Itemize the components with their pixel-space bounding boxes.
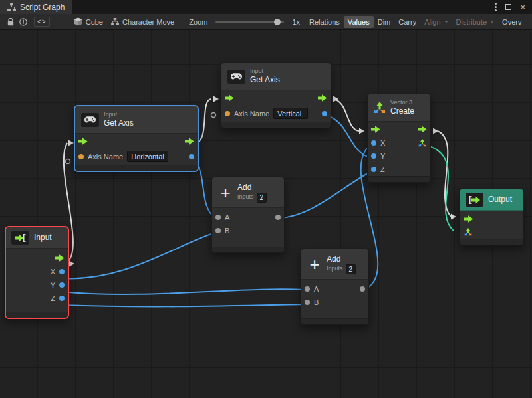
value-port-ring[interactable] [211, 113, 216, 118]
port-label: Z [51, 294, 55, 302]
flow-out-port[interactable] [185, 138, 194, 145]
axis-name-field[interactable] [273, 108, 308, 119]
flow-port-arrow[interactable] [433, 128, 438, 134]
string-input-port[interactable] [78, 154, 84, 159]
float-input-port-x[interactable] [371, 140, 376, 146]
port-label: Axis Name [88, 153, 123, 161]
float-output-port-z[interactable] [59, 296, 65, 301]
kebab-menu-icon[interactable] [495, 6, 497, 8]
float-output-port-x[interactable] [59, 269, 65, 274]
inputs-count-field[interactable]: 2 [346, 264, 356, 274]
maximize-icon[interactable] [505, 4, 511, 10]
port-row: B [212, 224, 284, 237]
axis-name-field[interactable] [127, 151, 168, 162]
caret-down-icon [490, 21, 494, 23]
wire-add-top-to-vector3-z[interactable] [280, 171, 371, 218]
breadcrumb-character-move[interactable]: Character Move [111, 18, 174, 26]
flow-port-arrow[interactable] [213, 96, 219, 102]
float-input-port-y[interactable] [371, 153, 376, 159]
node-header: + Add Inputs 2 [301, 249, 368, 280]
port-row [75, 134, 198, 148]
flow-port-arrow[interactable] [69, 261, 74, 267]
value-input-port-a[interactable] [215, 215, 221, 220]
code-icon[interactable]: <> [34, 17, 50, 27]
relations-button[interactable]: Relations [305, 16, 344, 28]
node-input[interactable]: Input X Y Z [5, 227, 68, 318]
value-output-port[interactable] [275, 215, 281, 220]
node-vector3-create[interactable]: Vector 3 Create X Y Z [367, 94, 431, 183]
lock-icon[interactable] [5, 18, 17, 26]
float-input-port-z[interactable] [371, 167, 376, 172]
node-title: Input [34, 233, 52, 243]
close-icon[interactable]: × [520, 3, 525, 11]
zoom-slider[interactable] [215, 21, 284, 23]
flow-out-port[interactable] [418, 126, 427, 133]
node-add-top[interactable]: + Add Inputs 2 A B [211, 177, 285, 253]
value-input-port-a[interactable] [305, 286, 310, 292]
node-get-axis-horizontal[interactable]: Input Get Axis Axis Name [74, 106, 198, 171]
tab-script-graph[interactable]: Script Graph [0, 0, 72, 14]
dim-button[interactable]: Dim [374, 16, 395, 28]
flow-port-arrow[interactable] [68, 140, 74, 146]
carry-button[interactable]: Carry [394, 16, 420, 28]
port-row [221, 90, 331, 105]
wire-flow-vector3-to-output[interactable] [438, 131, 451, 217]
port-label: B [314, 298, 319, 306]
port-row: Y [368, 149, 430, 163]
flow-port-arrow[interactable] [451, 214, 456, 220]
flow-out-port[interactable] [55, 254, 65, 262]
align-label: Align [424, 18, 440, 26]
value-input-port-b[interactable] [215, 228, 221, 233]
float-output-port[interactable] [322, 111, 327, 116]
distribute-button[interactable]: Distribute [452, 16, 498, 28]
graph-toolbar: <> Cube Character Move Zoom 1x Relations… [0, 14, 532, 30]
align-button[interactable]: Align [420, 16, 452, 28]
value-output-port[interactable] [360, 286, 365, 292]
gamepad-icon [81, 113, 99, 127]
flow-out-port[interactable] [318, 94, 327, 102]
wire-input-z-to-add-bottom-b[interactable] [61, 304, 305, 306]
info-icon[interactable] [17, 18, 30, 26]
port-row: Y [6, 278, 68, 292]
value-port-ring[interactable] [66, 159, 70, 164]
flow-in-port[interactable] [78, 138, 88, 145]
wire-vector3-result-to-output[interactable] [430, 146, 454, 231]
wire-input-x-to-add-top-b[interactable] [61, 233, 215, 278]
node-title: Create [390, 106, 414, 116]
value-input-port-b[interactable] [305, 300, 310, 305]
inputs-label: Inputs [237, 193, 254, 201]
vector3-icon [374, 102, 386, 114]
inputs-label: Inputs [327, 265, 343, 272]
node-get-axis-vertical[interactable]: Input Get Axis Axis Name [221, 62, 331, 128]
wire-flow-vertical-to-vector3[interactable] [332, 99, 359, 131]
node-add-bottom[interactable]: + Add Inputs 2 A B [301, 249, 369, 325]
graph-canvas[interactable]: Input Get Axis Axis Name [0, 30, 532, 398]
port-row: A [301, 280, 368, 296]
node-title: Get Axis [250, 75, 280, 85]
flow-in-port[interactable] [371, 126, 380, 133]
node-output[interactable]: Output [459, 189, 524, 245]
port-label: Z [380, 165, 385, 173]
string-input-port[interactable] [225, 111, 230, 116]
flow-port-arrow[interactable] [359, 128, 364, 134]
inputs-count-field[interactable]: 2 [257, 193, 267, 203]
port-label: B [225, 227, 229, 235]
vector3-input-port[interactable] [464, 228, 472, 236]
overview-button[interactable]: Overv [498, 16, 525, 28]
node-title: Get Axis [104, 118, 134, 128]
script-graph-window: Script Graph × <> Cube Character Move [0, 0, 532, 398]
node-header: Output [460, 189, 523, 211]
breadcrumb-cube[interactable]: Cube [74, 17, 103, 26]
wire-input-y-to-add-bottom-a[interactable] [61, 289, 305, 294]
node-category: Vector 3 [390, 99, 414, 106]
float-output-port-y[interactable] [59, 282, 65, 288]
flow-in-port[interactable] [225, 94, 234, 102]
values-button[interactable]: Values [344, 16, 374, 28]
vector3-output-port[interactable] [418, 139, 426, 147]
zoom-slider-handle[interactable] [274, 19, 281, 25]
node-body-spacer [301, 309, 368, 318]
float-output-port[interactable] [189, 154, 194, 159]
flow-in-port[interactable] [464, 215, 473, 223]
node-category: Input [104, 111, 134, 118]
plus-icon: + [218, 185, 233, 200]
